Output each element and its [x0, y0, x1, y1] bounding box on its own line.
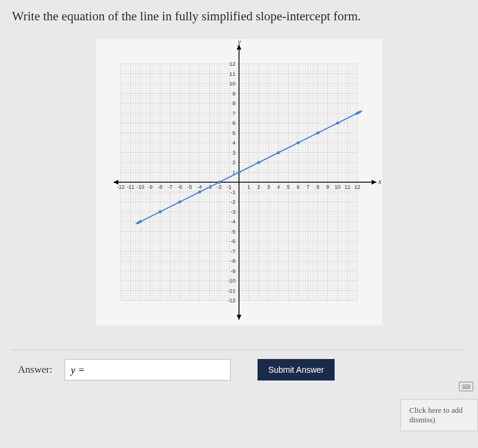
svg-text:-5: -5 [187, 184, 192, 190]
svg-text:7: 7 [307, 184, 310, 190]
svg-text:5: 5 [287, 184, 290, 190]
svg-point-243 [139, 220, 142, 223]
svg-text:-9: -9 [148, 184, 152, 190]
svg-text:9: 9 [232, 91, 235, 97]
x-axis-label: x [378, 177, 382, 186]
svg-text:-2: -2 [231, 199, 235, 205]
svg-text:-7: -7 [167, 184, 172, 190]
svg-text:2: 2 [257, 184, 260, 190]
svg-text:6: 6 [232, 120, 235, 126]
svg-point-254 [356, 112, 359, 115]
svg-text:8: 8 [316, 184, 319, 190]
svg-text:10: 10 [229, 81, 235, 87]
svg-text:-1: -1 [231, 189, 235, 195]
svg-text:-11: -11 [228, 288, 235, 294]
svg-text:11: 11 [344, 184, 350, 190]
svg-text:-12: -12 [117, 184, 124, 190]
svg-text:1: 1 [247, 184, 250, 190]
svg-text:-4: -4 [231, 219, 235, 225]
svg-text:-8: -8 [158, 184, 163, 190]
svg-text:6: 6 [296, 184, 299, 190]
svg-text:12: 12 [354, 184, 360, 190]
svg-text:-9: -9 [231, 268, 235, 274]
svg-text:10: 10 [335, 184, 341, 190]
svg-text:2: 2 [232, 159, 235, 165]
answer-label: Answer: [18, 364, 53, 376]
svg-point-249 [258, 161, 261, 164]
answer-row: Answer: y = Submit Answer [12, 349, 466, 389]
graph-wrapper: x y -12-12-11-11-10-10-9-9-8-8-7-7-6-6-5… [12, 39, 466, 326]
svg-text:4: 4 [277, 184, 280, 190]
help-text-1: Click here to add [409, 406, 462, 415]
svg-text:-8: -8 [231, 258, 235, 264]
y-axis-label: y [237, 39, 241, 46]
help-box[interactable]: Click here to add dismiss) [400, 399, 478, 431]
svg-text:8: 8 [232, 100, 235, 106]
svg-text:-7: -7 [231, 248, 235, 254]
keyboard-icon[interactable]: ⌨ [459, 382, 473, 391]
svg-point-246 [198, 191, 201, 194]
y-axis-arrow-down [237, 315, 241, 320]
submit-button[interactable]: Submit Answer [258, 359, 335, 381]
svg-text:-5: -5 [231, 229, 235, 235]
svg-text:7: 7 [232, 111, 235, 116]
svg-point-253 [336, 122, 339, 125]
svg-point-245 [179, 201, 182, 204]
svg-point-250 [277, 151, 280, 154]
svg-text:3: 3 [267, 184, 270, 190]
svg-text:5: 5 [232, 130, 235, 136]
svg-text:9: 9 [326, 184, 329, 190]
svg-text:-2: -2 [217, 184, 222, 190]
svg-text:-4: -4 [197, 184, 202, 190]
svg-point-244 [159, 210, 162, 213]
svg-text:-10: -10 [136, 184, 144, 190]
svg-text:11: 11 [229, 71, 235, 77]
coordinate-graph: x y -12-12-11-11-10-10-9-9-8-8-7-7-6-6-5… [96, 39, 382, 326]
svg-text:-11: -11 [127, 184, 134, 190]
answer-input[interactable] [87, 359, 231, 381]
svg-text:-12: -12 [228, 297, 235, 303]
answer-prefix: y = [65, 359, 87, 381]
svg-text:-3: -3 [231, 209, 235, 215]
x-axis-arrow-right [372, 180, 376, 185]
svg-text:4: 4 [232, 140, 235, 146]
svg-point-251 [297, 142, 300, 145]
svg-point-248 [238, 171, 241, 174]
help-text-2: dismiss) [409, 415, 435, 424]
svg-text:12: 12 [229, 61, 235, 67]
svg-text:-6: -6 [177, 184, 182, 190]
svg-text:-6: -6 [231, 238, 235, 244]
svg-point-252 [317, 131, 320, 134]
svg-text:-10: -10 [228, 278, 235, 284]
question-prompt: Write the equation of the line in fully … [12, 9, 466, 24]
svg-text:3: 3 [232, 150, 235, 156]
svg-point-247 [218, 181, 221, 184]
graph-svg: x y -12-12-11-11-10-10-9-9-8-8-7-7-6-6-5… [96, 39, 382, 326]
